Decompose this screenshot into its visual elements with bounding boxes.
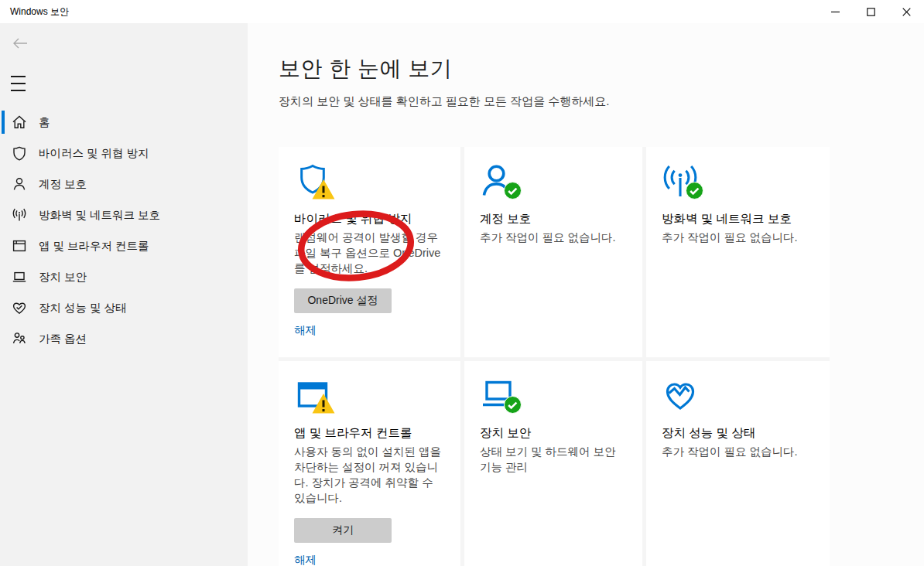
card-status-text: 상태 보기 및 하드웨어 보안 기능 관리	[480, 444, 628, 475]
card-title: 앱 및 브라우저 컨트롤	[294, 425, 447, 442]
card-title: 계정 보호	[480, 211, 628, 227]
maximize-button[interactable]	[853, 0, 888, 23]
back-arrow-icon	[12, 38, 28, 49]
check-badge-icon	[504, 182, 522, 199]
card-action-button[interactable]: 켜기	[294, 518, 392, 543]
close-icon	[902, 8, 911, 16]
back-button[interactable]	[9, 32, 31, 54]
card-status-text: 추가 작업이 필요 없습니다.	[662, 444, 816, 459]
sidebar-item-label: 계정 보호	[39, 177, 87, 192]
sidebar-item-device-security[interactable]: 장치 보안	[0, 261, 248, 292]
shield-icon	[294, 162, 331, 199]
app-frame: 홈바이러스 및 위협 방지계정 보호방화벽 및 네트워크 보호앱 및 브라우저 …	[0, 23, 924, 566]
browser-icon	[12, 238, 27, 254]
card-device-security[interactable]: 장치 보안상태 보기 및 하드웨어 보안 기능 관리	[464, 361, 642, 566]
shield-icon	[12, 145, 27, 161]
hamburger-icon	[11, 76, 26, 77]
page-title: 보안 한 눈에 보기	[279, 54, 452, 84]
home-icon	[12, 114, 27, 130]
card-account-protection[interactable]: 계정 보호추가 작업이 필요 없습니다.	[464, 147, 642, 357]
selected-indicator	[2, 111, 5, 134]
card-status-text: 사용자 동의 없이 설치된 앱을 차단하는 설정이 꺼져 있습니다. 장치가 공…	[294, 444, 447, 506]
sidebar-item-home[interactable]: 홈	[0, 107, 248, 138]
sidebar-item-account-protection[interactable]: 계정 보호	[0, 169, 248, 199]
browser-icon	[294, 377, 331, 414]
sidebar: 홈바이러스 및 위협 방지계정 보호방화벽 및 네트워크 보호앱 및 브라우저 …	[0, 23, 248, 566]
maximize-icon	[867, 8, 875, 16]
heart-check-icon	[12, 300, 27, 315]
card-title: 방화벽 및 네트워크 보호	[662, 211, 816, 227]
sidebar-item-label: 장치 성능 및 상태	[39, 301, 127, 315]
card-status-text: 랜섬웨어 공격이 발생할 경우 파일 복구 옵션으로 OneDrive를 설정하…	[294, 230, 447, 276]
card-action-button[interactable]: OneDrive 설정	[294, 288, 392, 313]
sidebar-item-firewall-network-protection[interactable]: 방화벽 및 네트워크 보호	[0, 199, 248, 230]
sidebar-item-label: 홈	[39, 115, 50, 130]
page-subtitle: 장치의 보안 및 상태를 확인하고 필요한 모든 작업을 수행하세요.	[279, 94, 610, 109]
dismiss-link[interactable]: 해제	[294, 553, 317, 566]
card-status-text: 추가 작업이 필요 없습니다.	[662, 230, 816, 245]
laptop-icon	[12, 269, 27, 285]
card-firewall-network-protection[interactable]: 방화벽 및 네트워크 보호추가 작업이 필요 없습니다.	[646, 147, 830, 357]
person-icon	[12, 176, 27, 192]
card-virus-threat-protection[interactable]: 바이러스 및 위협 방지랜섬웨어 공격이 발생할 경우 파일 복구 옵션으로 O…	[279, 147, 460, 357]
heart-pulse-icon	[662, 377, 699, 414]
window-controls	[817, 0, 924, 23]
window-title: Windows 보안	[0, 5, 69, 19]
minimize-icon	[831, 8, 840, 16]
security-card-grid: 바이러스 및 위협 방지랜섬웨어 공격이 발생할 경우 파일 복구 옵션으로 O…	[279, 147, 830, 566]
sidebar-item-family-options[interactable]: 가족 옵션	[0, 323, 248, 354]
sidebar-nav: 홈바이러스 및 위협 방지계정 보호방화벽 및 네트워크 보호앱 및 브라우저 …	[0, 107, 248, 354]
sidebar-item-virus-threat-protection[interactable]: 바이러스 및 위협 방지	[0, 138, 248, 169]
card-title: 장치 성능 및 상태	[662, 425, 816, 442]
sidebar-item-label: 장치 보안	[39, 270, 87, 285]
check-badge-icon	[504, 396, 522, 414]
card-title: 바이러스 및 위협 방지	[294, 211, 447, 227]
card-status-text: 추가 작업이 필요 없습니다.	[480, 230, 628, 245]
warning-triangle-icon	[311, 178, 336, 201]
sidebar-item-app-browser-control[interactable]: 앱 및 브라우저 컨트롤	[0, 230, 248, 261]
hamburger-menu-button[interactable]	[11, 74, 29, 93]
laptop-icon	[480, 377, 517, 414]
sidebar-item-label: 앱 및 브라우저 컨트롤	[39, 239, 149, 254]
sidebar-item-label: 바이러스 및 위협 방지	[39, 146, 149, 161]
sidebar-item-device-performance-health[interactable]: 장치 성능 및 상태	[0, 292, 248, 323]
sidebar-item-label: 가족 옵션	[39, 332, 87, 346]
card-title: 장치 보안	[480, 425, 628, 442]
card-device-performance-health[interactable]: 장치 성능 및 상태추가 작업이 필요 없습니다.	[646, 361, 830, 566]
dismiss-link[interactable]: 해제	[294, 323, 317, 338]
person-icon	[480, 162, 517, 199]
network-icon	[662, 162, 699, 199]
main-content: 보안 한 눈에 보기 장치의 보안 및 상태를 확인하고 필요한 모든 작업을 …	[248, 23, 924, 566]
warning-triangle-icon	[311, 392, 336, 415]
minimize-button[interactable]	[817, 0, 853, 23]
sidebar-item-label: 방화벽 및 네트워크 보호	[39, 208, 160, 223]
check-badge-icon	[686, 182, 703, 199]
card-app-browser-control[interactable]: 앱 및 브라우저 컨트롤사용자 동의 없이 설치된 앱을 차단하는 설정이 꺼져…	[279, 361, 460, 566]
close-button[interactable]	[888, 0, 924, 23]
network-icon	[12, 207, 27, 223]
family-icon	[12, 331, 27, 346]
title-bar: Windows 보안	[0, 0, 924, 23]
